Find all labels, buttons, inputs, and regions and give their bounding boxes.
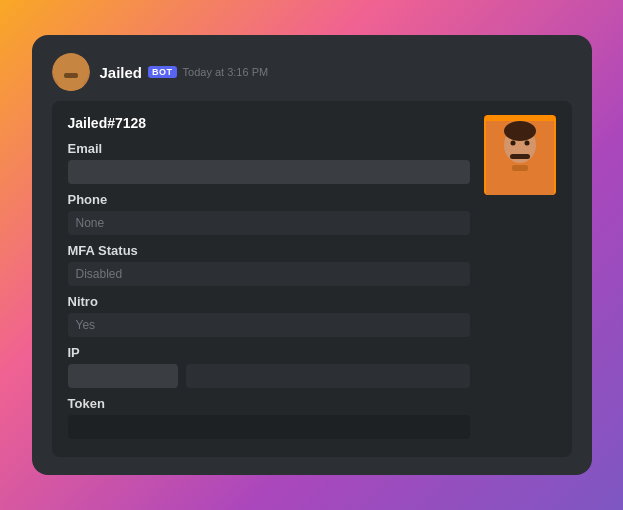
phone-value: None: [68, 211, 470, 235]
mfa-label: MFA Status: [68, 243, 470, 258]
svg-rect-8: [512, 165, 528, 171]
svg-point-1: [58, 77, 84, 91]
token-label: Token: [68, 396, 470, 411]
phone-label: Phone: [68, 192, 470, 207]
svg-point-9: [510, 141, 515, 146]
profile-photo: [484, 115, 556, 195]
message-header: Jailed BOT Today at 3:16 PM: [52, 53, 572, 91]
token-field: Token: [68, 396, 470, 439]
bot-badge: BOT: [148, 66, 177, 78]
message-body: Jailed#7128 Email Phone None MFA Status …: [52, 101, 572, 457]
message-card: Jailed BOT Today at 3:16 PM Jailed#7128 …: [32, 35, 592, 475]
ip-field: IP: [68, 345, 470, 388]
svg-rect-6: [510, 154, 530, 159]
nitro-label: Nitro: [68, 294, 470, 309]
phone-field: Phone None: [68, 192, 470, 235]
email-label: Email: [68, 141, 470, 156]
mfa-value: Disabled: [68, 262, 470, 286]
info-panel: Jailed#7128 Email Phone None MFA Status …: [68, 115, 470, 443]
ip-label: IP: [68, 345, 470, 360]
ip-row: [68, 364, 470, 388]
username: Jailed: [100, 64, 143, 81]
timestamp: Today at 3:16 PM: [183, 66, 269, 78]
ip-rest: [186, 364, 470, 388]
nitro-value: Yes: [68, 313, 470, 337]
email-field: Email: [68, 141, 470, 184]
svg-rect-2: [64, 73, 78, 78]
svg-point-10: [524, 141, 529, 146]
mfa-field: MFA Status Disabled: [68, 243, 470, 286]
email-value: [68, 160, 470, 184]
avatar: [52, 53, 90, 91]
svg-point-5: [504, 121, 536, 141]
ip-value: [68, 364, 178, 388]
username-tag: Jailed#7128: [68, 115, 470, 131]
svg-rect-7: [496, 167, 544, 195]
header-info: Jailed BOT Today at 3:16 PM: [100, 64, 269, 81]
nitro-field: Nitro Yes: [68, 294, 470, 337]
token-value: [68, 415, 470, 439]
